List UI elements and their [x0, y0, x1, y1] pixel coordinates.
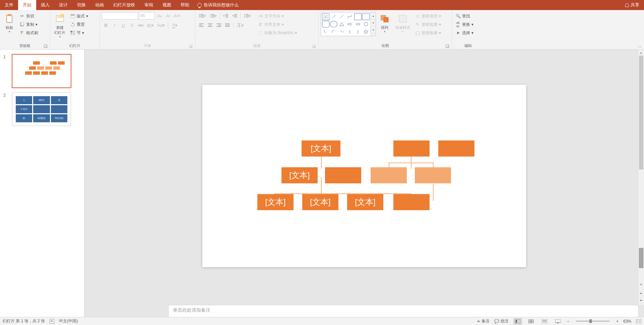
- zoom-level[interactable]: 63%: [623, 319, 631, 324]
- quick-styles-button[interactable]: 快速样式 ▾: [393, 12, 412, 35]
- font-size-select[interactable]: [139, 12, 155, 19]
- numbering-button[interactable]: 123▾: [208, 12, 218, 19]
- char-spacing-button[interactable]: AV▾: [145, 21, 155, 29]
- columns-button[interactable]: ▾: [235, 21, 245, 29]
- decrease-indent-button[interactable]: [222, 12, 230, 19]
- format-painter-button[interactable]: 格式刷: [18, 29, 40, 37]
- shape-rect2[interactable]: [362, 13, 370, 20]
- shape-line2[interactable]: [338, 13, 345, 20]
- shape-roundrect[interactable]: [322, 21, 329, 27]
- tab-slideshow[interactable]: 幻灯片放映: [109, 0, 140, 10]
- paste-button[interactable]: 粘贴 ▾: [2, 12, 17, 35]
- org-box[interactable]: [文本]: [302, 140, 340, 156]
- convert-smartart-button[interactable]: ⬚ 转换为 SmartArt▾: [256, 29, 298, 37]
- align-left-button[interactable]: [197, 21, 205, 29]
- new-slide-button[interactable]: 新建 幻灯片 ▾: [52, 12, 67, 40]
- tab-help[interactable]: 帮助: [176, 0, 194, 10]
- shape-star[interactable]: [362, 28, 370, 35]
- zoom-out-button[interactable]: −: [567, 319, 569, 324]
- thumbnail-item[interactable]: 2 1 2的方 法 3 对方 的 4法国法 5对方的: [3, 92, 81, 126]
- org-box[interactable]: [371, 167, 407, 183]
- slideshow-view-button[interactable]: [554, 318, 562, 325]
- tab-design[interactable]: 设计: [54, 0, 72, 10]
- comments-toggle-button[interactable]: 💬 批注: [494, 318, 509, 324]
- text-direction-button[interactable]: ↕A 文字方向▾: [256, 12, 298, 20]
- shape-textbox[interactable]: A: [322, 13, 329, 20]
- org-box[interactable]: [393, 194, 430, 210]
- collapse-ribbon-button[interactable]: ︿: [638, 44, 642, 49]
- align-center-button[interactable]: [206, 21, 214, 29]
- replace-button[interactable]: abac 替换▾: [454, 20, 475, 28]
- shape-brace-l[interactable]: {: [346, 28, 353, 35]
- align-text-button[interactable]: ⇵ 对齐文本▾: [256, 20, 298, 28]
- shape-circle[interactable]: [330, 21, 337, 27]
- shape-outline-button[interactable]: ✎ 形状轮廓▾: [413, 20, 442, 28]
- layout-button[interactable]: 版式▾: [69, 12, 89, 20]
- scrollbar-thumb[interactable]: [639, 56, 643, 170]
- select-button[interactable]: ➤ 选择▾: [454, 29, 475, 37]
- org-box[interactable]: [415, 167, 451, 183]
- sorter-view-button[interactable]: [527, 318, 535, 325]
- shape-arc[interactable]: [330, 28, 337, 35]
- reset-button[interactable]: 重置: [69, 20, 89, 28]
- shape-gallery[interactable]: A { }: [321, 12, 371, 36]
- tell-me-search[interactable]: 告诉我你想做什么: [197, 0, 239, 10]
- justify-button[interactable]: [223, 21, 232, 29]
- italic-button[interactable]: I: [111, 21, 119, 29]
- thumbnail-slide-2[interactable]: 1 2的方 法 3 对方 的 4法国法 5对方的: [12, 92, 71, 126]
- org-box[interactable]: [393, 140, 430, 156]
- scroll-up-button[interactable]: ▴: [638, 50, 644, 56]
- tab-file[interactable]: 文件: [0, 0, 18, 10]
- fit-to-window-button[interactable]: [636, 319, 641, 323]
- zoom-slider-thumb[interactable]: [589, 319, 592, 323]
- gallery-more-button[interactable]: ▾: [371, 26, 376, 34]
- tab-transitions[interactable]: 切换: [72, 0, 90, 10]
- vertical-scrollbar[interactable]: ▴ ▾ ⏶ ⏷: [638, 50, 644, 305]
- slide[interactable]: [文本] [文本] [文本] [文本] [文本]: [202, 85, 526, 267]
- shape-fill-button[interactable]: ◇ 形状填充▾: [413, 12, 442, 20]
- shape-connector[interactable]: [346, 13, 353, 20]
- prev-slide-button[interactable]: ⏶: [638, 290, 644, 296]
- increase-indent-button[interactable]: [231, 12, 239, 19]
- tab-review[interactable]: 审阅: [140, 0, 158, 10]
- align-right-button[interactable]: [215, 21, 223, 29]
- shape-arrow[interactable]: [346, 21, 353, 27]
- spell-check-icon[interactable]: ✎: [50, 319, 54, 324]
- shape-effects-button[interactable]: ◯ 形状效果▾: [413, 29, 442, 37]
- dialog-launcher-icon[interactable]: [44, 45, 47, 48]
- dialog-launcher-icon[interactable]: [446, 45, 449, 48]
- shape-wave[interactable]: [322, 28, 329, 35]
- bullets-button[interactable]: ▾: [197, 12, 207, 19]
- dialog-launcher-icon[interactable]: [312, 45, 316, 48]
- shadow-button[interactable]: S: [128, 21, 136, 29]
- zoom-slider[interactable]: [576, 321, 609, 322]
- underline-button[interactable]: U: [119, 21, 127, 29]
- tab-home[interactable]: 开始: [18, 0, 36, 10]
- scroll-down-button[interactable]: ▾: [638, 281, 644, 287]
- increase-font-button[interactable]: A▴: [155, 12, 164, 19]
- shape-arrow2[interactable]: [354, 21, 362, 27]
- gallery-up-button[interactable]: ▴: [371, 12, 376, 19]
- font-color-button[interactable]: A▾: [170, 21, 180, 29]
- org-box[interactable]: [文本]: [281, 167, 318, 183]
- zoom-in-button[interactable]: +: [616, 319, 619, 324]
- cut-button[interactable]: ✂ 剪切: [18, 12, 40, 20]
- copy-button[interactable]: 复制 ▾: [18, 20, 40, 28]
- reading-view-button[interactable]: [540, 318, 549, 325]
- dialog-launcher-icon[interactable]: [189, 45, 192, 48]
- clear-formatting-button[interactable]: A⌫: [173, 12, 181, 19]
- scrollbar-thumb[interactable]: [639, 248, 643, 268]
- shape-brace-r[interactable]: }: [354, 28, 362, 35]
- org-box[interactable]: [325, 167, 361, 183]
- notes-pane[interactable]: 单击此处添加备注: [169, 305, 638, 317]
- tab-animations[interactable]: 动画: [90, 0, 109, 10]
- line-spacing-button[interactable]: ▾: [242, 12, 252, 19]
- notes-toggle-button[interactable]: ≐ 备注: [477, 318, 490, 324]
- tab-insert[interactable]: 插入: [36, 0, 54, 10]
- thumbnail-slide-1[interactable]: [12, 54, 71, 88]
- org-box[interactable]: [438, 140, 474, 156]
- bold-button[interactable]: B: [102, 21, 110, 29]
- change-case-button[interactable]: Aa▾: [156, 21, 166, 29]
- section-button[interactable]: 节▾: [69, 29, 89, 37]
- gallery-down-button[interactable]: ▾: [371, 19, 376, 26]
